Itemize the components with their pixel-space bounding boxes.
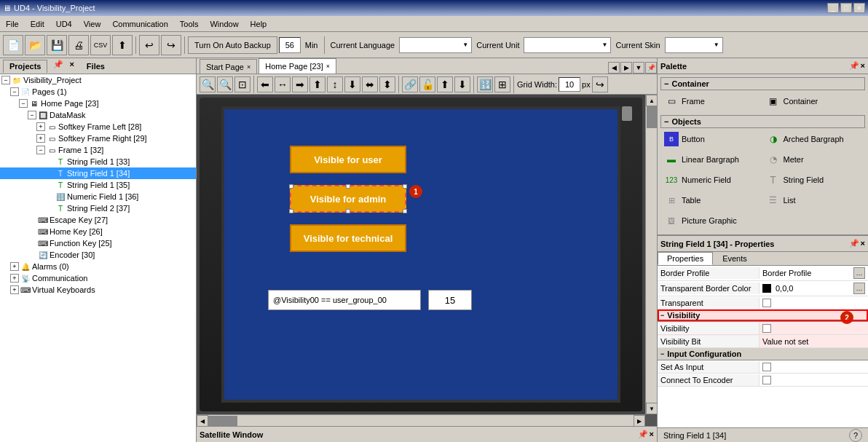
files-tab[interactable]: Files [80,60,111,73]
palette-frame[interactable]: ▭ Frame [662,92,762,111]
distribute-h-button[interactable]: ⬌ [362,76,378,92]
close-button[interactable]: × [853,3,865,13]
current-unit-combo[interactable]: ▼ [524,37,611,53]
save-button[interactable]: 💾 [47,35,67,55]
title-bar-controls[interactable]: _ □ × [827,3,865,13]
menu-edit[interactable]: Edit [25,18,50,30]
prop-section-input-config[interactable]: − Input Configuration [658,348,868,360]
border-profile-btn[interactable]: … [853,267,865,279]
panel-close-icon[interactable]: × [69,60,74,73]
tree-string34[interactable]: T String Field 1 [34] [0,167,196,179]
palette-button[interactable]: B Button [662,130,762,149]
tree-numeric36[interactable]: 🔢 Numeric Field 1 [36] [0,191,196,202]
tree-pages[interactable]: − 📄 Pages (1) [0,86,196,98]
palette-numeric-field[interactable]: 123 Numeric Field [662,170,762,189]
homepage-expand[interactable]: − [19,99,28,108]
scroll-up-button[interactable]: ▲ [646,95,657,106]
tab-start-page[interactable]: Start Page × [200,59,257,74]
menu-window[interactable]: Window [204,18,244,30]
scroll-down-button[interactable]: ▼ [646,403,657,414]
palette-list[interactable]: ☰ List [764,191,864,210]
tab-nav-left[interactable]: ◀ [608,62,620,74]
redo2-button[interactable]: ↪ [592,76,608,92]
tab-events[interactable]: Events [713,252,757,265]
widget-visible-user[interactable]: Visible for user [290,146,406,173]
tree-string37[interactable]: T String Field 2 [37] [0,202,196,214]
frame1-expand[interactable]: − [36,146,45,154]
help-icon[interactable]: ? [849,429,862,442]
properties-close[interactable]: × [861,239,865,248]
palette-container[interactable]: ▣ Container [764,92,864,111]
tree-softkey-left[interactable]: + ▭ Softkey Frame Left [28] [0,121,196,133]
transparent-checkbox[interactable] [762,299,771,307]
scroll-right-button[interactable]: ▶ [634,415,645,426]
connect-encoder-checkbox[interactable] [762,376,771,384]
fit-button[interactable]: ⊡ [234,76,250,92]
current-language-combo[interactable]: ▼ [399,37,472,53]
scroll-left-button[interactable]: ◀ [197,415,208,426]
container-section-header[interactable]: − Container [660,77,865,90]
grid-width-input[interactable] [559,77,580,92]
tree-functionkey[interactable]: ⌨ Function Key [25] [0,237,196,249]
tab-nav-right[interactable]: ▶ [620,62,632,74]
alarms-expand[interactable]: + [10,262,19,271]
distribute-v-button[interactable]: ⬍ [379,76,395,92]
redo-button[interactable]: ↪ [161,35,181,55]
menu-communication[interactable]: Communication [106,18,173,30]
upload-button[interactable]: ⬆ [112,35,133,55]
visibility-checkbox[interactable] [762,324,771,333]
palette-picture-graphic[interactable]: 🖼 Picture Graphic [662,211,762,230]
prop-section-visibility[interactable]: − Visibility 2 [658,309,868,322]
tree-keyboards[interactable]: + ⌨ Virtual Keyboards [0,284,196,296]
objects-section-header[interactable]: − Objects [660,115,865,128]
undo-button[interactable]: ↩ [139,35,159,55]
communication-expand[interactable]: + [10,274,19,283]
move-back-button[interactable]: ⬇ [454,76,470,92]
menu-view[interactable]: View [78,18,107,30]
zoom-out-button[interactable]: 🔍 [200,76,216,92]
menu-file[interactable]: File [0,18,25,30]
menu-tools[interactable]: Tools [174,18,205,30]
auto-backup-button[interactable]: Turn On Auto Backup [188,36,277,54]
palette-string-field[interactable]: T String Field [764,170,864,189]
palette-pin[interactable]: 📌 [849,61,859,71]
align-right-button[interactable]: ➡ [292,76,308,92]
root-expand[interactable]: − [1,76,10,84]
align-vcenter-button[interactable]: ↕ [327,76,343,92]
grid-button[interactable]: ⊞ [494,76,510,92]
satellite-pin[interactable]: 📌 [638,430,648,439]
tree-escape[interactable]: ⌨ Escape Key [27] [0,214,196,226]
align-center-button[interactable]: ↔ [275,76,291,92]
move-front-button[interactable]: ⬆ [437,76,453,92]
softkey-left-expand[interactable]: + [36,122,45,131]
open-button[interactable]: 📂 [25,35,45,55]
palette-arched-bargraph[interactable]: ◑ Arched Bargraph [764,130,864,149]
tree-homekey[interactable]: ⌨ Home Key [26] [0,226,196,237]
satellite-close[interactable]: × [650,430,654,439]
group-button[interactable]: 🔗 [402,76,418,92]
softkey-right-expand[interactable]: + [36,134,45,143]
tree-root[interactable]: − 📁 Visibility_Project [0,74,196,86]
maximize-button[interactable]: □ [840,3,852,13]
palette-meter[interactable]: ◔ Meter [764,150,864,169]
tree-encoder[interactable]: 🔄 Encoder [30] [0,249,196,261]
scroll-handle-right[interactable] [622,106,632,121]
zoom-in-button[interactable]: 🔍 [217,76,233,92]
tree-homepage[interactable]: − 🖥 Home Page [23] [0,98,196,109]
align-bottom-button[interactable]: ⬇ [344,76,360,92]
tab-nav-down[interactable]: ▼ [633,62,644,74]
properties-pin[interactable]: 📌 [849,239,859,248]
new-button[interactable]: 📄 [3,35,23,55]
palette-close[interactable]: × [861,61,865,71]
tree-string33[interactable]: T String Field 1 [33] [0,156,196,167]
tree-alarms[interactable]: + 🔔 Alarms (0) [0,261,196,272]
pages-expand[interactable]: − [10,87,19,96]
tree-softkey-right[interactable]: + ▭ Softkey Frame Right [29] [0,133,196,144]
pin-icon[interactable]: 📌 [53,60,63,73]
tab-properties[interactable]: Properties [658,252,713,265]
tab-home-page[interactable]: Home Page [23] × [259,58,336,74]
widget-visible-admin[interactable]: Visible for admin [290,185,406,213]
tab-nav-pin[interactable]: 📌 [645,62,657,74]
minimize-button[interactable]: _ [827,3,839,13]
widget-visible-technical[interactable]: Visible for technical [290,224,406,252]
